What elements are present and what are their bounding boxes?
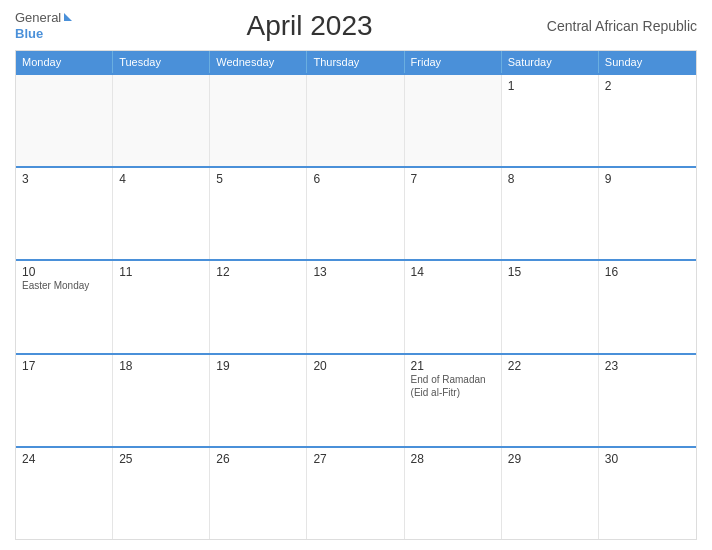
cal-cell-apr17: 17 — [16, 355, 113, 446]
weekday-wednesday: Wednesday — [210, 51, 307, 73]
calendar-body: 1 2 3 4 5 6 — [16, 73, 696, 539]
cal-cell-apr8: 8 — [502, 168, 599, 259]
cal-cell-apr13: 13 — [307, 261, 404, 352]
calendar-row-3: 10 Easter Monday 11 12 13 14 15 — [16, 259, 696, 352]
cal-cell-apr1: 1 — [502, 75, 599, 166]
cal-cell-apr5: 5 — [210, 168, 307, 259]
weekday-sunday: Sunday — [599, 51, 696, 73]
country-name: Central African Republic — [547, 18, 697, 34]
cal-cell-apr21: 21 End of Ramadan (Eid al-Fitr) — [405, 355, 502, 446]
cal-cell-apr16: 16 — [599, 261, 696, 352]
cal-cell-apr6: 6 — [307, 168, 404, 259]
cal-cell-apr24: 24 — [16, 448, 113, 539]
weekday-saturday: Saturday — [502, 51, 599, 73]
weekday-thursday: Thursday — [307, 51, 404, 73]
logo-general-text: General — [15, 10, 61, 26]
cal-cell-apr10: 10 Easter Monday — [16, 261, 113, 352]
calendar-row-4: 17 18 19 20 21 End of Ramadan (Eid al-Fi… — [16, 353, 696, 446]
cal-cell-apr23: 23 — [599, 355, 696, 446]
cal-cell-apr22: 22 — [502, 355, 599, 446]
cal-cell-apr3: 3 — [16, 168, 113, 259]
cal-cell-apr26: 26 — [210, 448, 307, 539]
cal-cell-apr20: 20 — [307, 355, 404, 446]
cal-cell-apr4: 4 — [113, 168, 210, 259]
cal-cell-apr9: 9 — [599, 168, 696, 259]
cal-cell-apr29: 29 — [502, 448, 599, 539]
cal-cell-apr27: 27 — [307, 448, 404, 539]
cal-cell-apr7: 7 — [405, 168, 502, 259]
cal-cell-apr28: 28 — [405, 448, 502, 539]
logo: General Blue — [15, 10, 72, 41]
calendar: Monday Tuesday Wednesday Thursday Friday… — [15, 50, 697, 540]
cal-cell-apr19: 19 — [210, 355, 307, 446]
cal-cell-empty-3 — [210, 75, 307, 166]
cal-cell-empty-4 — [307, 75, 404, 166]
header: General Blue April 2023 Central African … — [15, 10, 697, 42]
logo-blue-text: Blue — [15, 26, 72, 42]
weekday-tuesday: Tuesday — [113, 51, 210, 73]
calendar-header: Monday Tuesday Wednesday Thursday Friday… — [16, 51, 696, 73]
cal-cell-empty-2 — [113, 75, 210, 166]
cal-cell-apr2: 2 — [599, 75, 696, 166]
logo-triangle-icon — [64, 13, 72, 21]
calendar-row-1: 1 2 — [16, 73, 696, 166]
cal-cell-apr30: 30 — [599, 448, 696, 539]
weekday-friday: Friday — [405, 51, 502, 73]
weekday-monday: Monday — [16, 51, 113, 73]
cal-cell-empty-1 — [16, 75, 113, 166]
calendar-title: April 2023 — [246, 10, 372, 42]
calendar-row-2: 3 4 5 6 7 8 9 — [16, 166, 696, 259]
cal-cell-apr11: 11 — [113, 261, 210, 352]
page: General Blue April 2023 Central African … — [0, 0, 712, 550]
cal-cell-apr15: 15 — [502, 261, 599, 352]
cal-cell-apr12: 12 — [210, 261, 307, 352]
cal-cell-apr14: 14 — [405, 261, 502, 352]
cal-cell-apr25: 25 — [113, 448, 210, 539]
calendar-row-5: 24 25 26 27 28 29 30 — [16, 446, 696, 539]
cal-cell-apr18: 18 — [113, 355, 210, 446]
cal-cell-empty-5 — [405, 75, 502, 166]
